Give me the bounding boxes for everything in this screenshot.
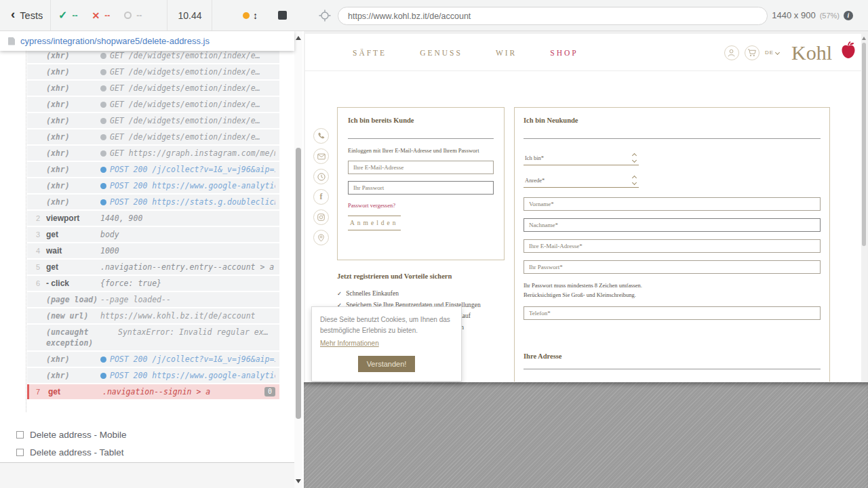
login-submit-button[interactable]: Anmelden — [348, 216, 401, 230]
xhr-status-dot — [100, 183, 106, 189]
event-row[interactable]: (xhr)GET /de/widgets/emotion/index/e… — [27, 97, 279, 112]
url-bar[interactable]: https://www.kohl.bz.it/de/account — [338, 7, 768, 25]
event-row[interactable]: (xhr)POST 200 https://stats.g.doubleclic… — [27, 195, 279, 209]
event-row[interactable]: (new url)https://www.kohl.bz.it/de/accou… — [27, 308, 279, 323]
register-input-nachname[interactable] — [524, 218, 821, 232]
auto-scroll-control[interactable]: ↕ — [243, 0, 258, 30]
cookie-more-info-link[interactable]: Mehr Informationen — [320, 340, 379, 347]
cart-icon[interactable] — [745, 45, 760, 60]
command-row[interactable]: 4wait1000 — [27, 243, 279, 258]
scroll-up-arrow-icon[interactable] — [862, 37, 866, 40]
selector-playground-icon[interactable] — [319, 9, 331, 24]
stat-failed: ✕ -- — [92, 10, 110, 21]
scroll-up-arrow-icon[interactable] — [296, 36, 301, 40]
command-name: get — [48, 386, 102, 397]
info-icon[interactable]: i — [844, 11, 853, 20]
phone-icon[interactable] — [313, 128, 329, 144]
suite-row[interactable]: Delete address - Mobile — [16, 426, 281, 443]
register-input-ihr-passwort[interactable] — [524, 260, 821, 274]
register-input-ihre-e-mail-adresse[interactable] — [524, 239, 821, 253]
select-chevrons-icon — [633, 154, 637, 162]
nav-item-shop[interactable]: SHOP — [550, 49, 578, 57]
command-name: - click — [46, 278, 100, 289]
location-icon[interactable] — [313, 230, 329, 245]
command-message: POST 200 https://www.google-analytics… — [100, 370, 275, 381]
stop-button[interactable] — [278, 11, 287, 20]
select-chevrons-icon — [633, 176, 637, 184]
reporter-scrollbar[interactable] — [294, 31, 302, 488]
reporter-panel: (xhr)GET /de/widgets/emotion/index/e…(xh… — [0, 31, 304, 488]
cookie-accept-button[interactable]: Verstanden! — [358, 356, 416, 372]
command-message: GET /de/widgets/emotion/index/e… — [100, 99, 275, 110]
event-row[interactable]: (xhr)POST 200 https://www.google-analyti… — [27, 368, 279, 383]
suites-list: Delete address - MobileDelete address - … — [16, 426, 281, 461]
spec-header[interactable]: cypress/integration/shopware5/delete-add… — [0, 31, 294, 51]
login-title: Ich bin bereits Kunde — [348, 117, 494, 124]
scrollbar-thumb[interactable] — [862, 43, 866, 246]
command-name: (xhr) — [46, 370, 100, 381]
xhr-status-dot — [100, 134, 106, 140]
register-select-ich-bin-[interactable]: Ich bin* — [524, 154, 639, 165]
xhr-status-dot — [100, 102, 106, 108]
register-input-vorname[interactable] — [524, 197, 821, 211]
command-name: wait — [46, 245, 100, 256]
command-name: (xhr) — [46, 83, 100, 94]
test-duration: 10.44 — [170, 0, 210, 30]
command-message: --page loaded-- — [100, 294, 275, 305]
suite-row[interactable]: Delete address - Tablet — [16, 443, 281, 461]
xhr-status-dot — [100, 150, 106, 157]
command-message: SyntaxError: Invalid regular ex… — [100, 327, 275, 338]
shop-header-actions: DE Kohl — [724, 34, 856, 71]
register-telefon-input[interactable] — [524, 306, 821, 320]
status-dot — [243, 12, 250, 19]
command-row[interactable]: 7get.navigation--signin > a0 — [27, 384, 279, 399]
app-scrollbar[interactable] — [861, 34, 867, 382]
event-row[interactable]: (xhr)GET https://graph.instagram.com/me/… — [27, 146, 279, 161]
event-row[interactable]: (xhr)GET /de/widgets/emotion/index/e… — [27, 81, 279, 96]
event-row[interactable]: (page load)--page loaded-- — [27, 292, 279, 307]
shop-header: SÄFTEGENUSSWIRSHOP DE — [305, 34, 861, 71]
nav-item-genuss[interactable]: GENUSS — [420, 49, 462, 57]
shop-logo[interactable]: Kohl — [791, 43, 832, 63]
event-row[interactable]: (xhr)GET /de/widgets/emotion/index/e… — [27, 113, 279, 128]
command-row[interactable]: 2viewport1440, 900 — [27, 211, 279, 226]
command-row[interactable]: 5get.navigation--entry.entry--account > … — [27, 260, 279, 274]
instagram-icon[interactable] — [313, 209, 329, 225]
xhr-status-dot — [100, 167, 106, 173]
facebook-icon[interactable]: f — [313, 189, 329, 205]
chevron-left-icon: ‹ — [11, 7, 15, 22]
nav-item-wir[interactable]: WIR — [496, 49, 517, 57]
suite-label: Delete address - Tablet — [30, 447, 124, 458]
command-message: POST 200 https://www.google-analytics… — [100, 180, 275, 191]
event-row[interactable]: (xhr)GET /de/widgets/emotion/index/e… — [27, 64, 279, 79]
command-message: .navigation--signin > a — [102, 386, 264, 397]
nav-item-s-fte[interactable]: SÄFTE — [353, 49, 387, 57]
login-password-input[interactable] — [348, 181, 494, 195]
command-row[interactable]: 6- click{force: true} — [27, 276, 279, 291]
event-row[interactable]: (xhr)GET /de/widgets/emotion/index/e… — [27, 129, 279, 144]
event-row[interactable]: (xhr)POST 200 https://www.google-analyti… — [27, 178, 279, 193]
clock-icon[interactable] — [313, 169, 329, 184]
scrollbar-thumb[interactable] — [296, 148, 301, 419]
event-row[interactable]: (xhr)POST 200 /j/collect?v=1&_v=j96&aip=… — [27, 162, 279, 177]
register-select-anrede-[interactable]: Anrede* — [524, 176, 639, 188]
divider — [212, 0, 212, 30]
forgot-password-link[interactable]: Passwort vergessen? — [348, 202, 395, 209]
reporter-footer — [0, 462, 294, 488]
back-to-tests-button[interactable]: ‹ Tests — [7, 0, 47, 30]
event-row[interactable]: (xhr)POST 200 /j/collect?v=1&_v=j96&aip=… — [27, 352, 279, 367]
file-icon — [8, 37, 15, 45]
command-message: GET /de/widgets/emotion/index/e… — [100, 131, 275, 142]
command-row[interactable]: 3getbody — [27, 227, 279, 242]
cookie-banner: Diese Seite benutzt Cookies, um Ihnen da… — [311, 306, 462, 382]
command-message: GET /de/widgets/emotion/index/e… — [100, 50, 275, 61]
account-icon[interactable] — [724, 45, 739, 60]
command-name: (page load) — [46, 294, 100, 305]
spec-path: cypress/integration/shopware5/delete-add… — [20, 36, 210, 46]
language-selector[interactable]: DE — [765, 49, 779, 56]
login-email-input[interactable] — [348, 161, 494, 174]
scroll-down-arrow-icon[interactable] — [296, 479, 301, 483]
mail-icon[interactable] — [313, 148, 329, 164]
event-row[interactable]: (uncaught exception)SyntaxError: Invalid… — [27, 325, 279, 350]
command-message: .navigation--entry.entry--account > a — [100, 262, 275, 272]
